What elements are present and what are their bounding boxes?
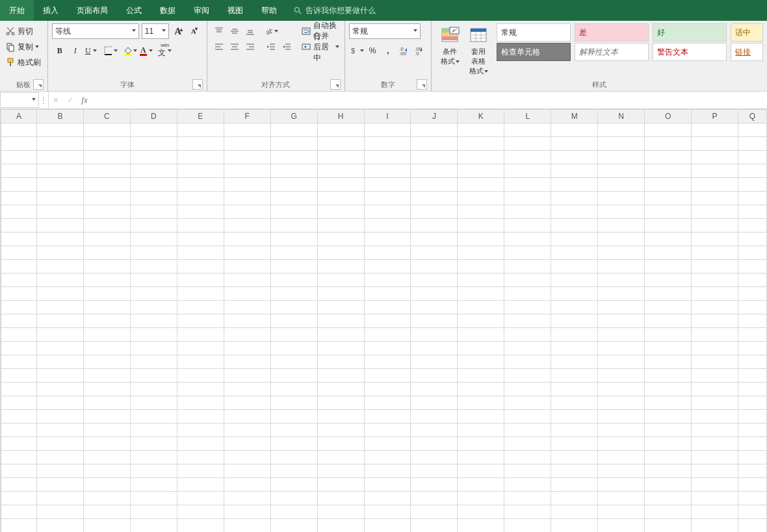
cell[interactable] bbox=[692, 505, 738, 519]
cell[interactable] bbox=[1, 260, 37, 273]
font-name-select[interactable]: 等线 bbox=[52, 23, 139, 39]
cell[interactable] bbox=[692, 492, 738, 505]
column-header-I[interactable]: I bbox=[364, 110, 411, 123]
cell[interactable] bbox=[411, 301, 458, 314]
cell[interactable] bbox=[317, 151, 364, 164]
cell[interactable] bbox=[1, 301, 37, 314]
cell[interactable] bbox=[1, 383, 37, 396]
cell[interactable] bbox=[1, 519, 37, 533]
cell[interactable] bbox=[83, 451, 130, 464]
cell[interactable] bbox=[177, 123, 224, 137]
column-header-P[interactable]: P bbox=[692, 110, 738, 123]
cell[interactable] bbox=[317, 369, 364, 383]
cell[interactable] bbox=[270, 301, 317, 314]
cell[interactable] bbox=[504, 246, 551, 260]
cell[interactable] bbox=[738, 314, 766, 328]
cell[interactable] bbox=[738, 178, 766, 192]
cell[interactable] bbox=[83, 233, 130, 246]
cell[interactable] bbox=[224, 355, 270, 369]
cell[interactable] bbox=[645, 505, 692, 519]
cell[interactable] bbox=[317, 464, 364, 478]
cell[interactable] bbox=[36, 164, 83, 178]
cell[interactable] bbox=[224, 410, 270, 424]
cell[interactable] bbox=[177, 205, 224, 219]
cell[interactable] bbox=[36, 233, 83, 246]
cell[interactable] bbox=[364, 451, 411, 464]
cell[interactable] bbox=[645, 287, 692, 301]
cell[interactable] bbox=[1, 192, 37, 205]
cell[interactable] bbox=[645, 233, 692, 246]
cell[interactable] bbox=[270, 246, 317, 260]
cell[interactable] bbox=[83, 123, 130, 137]
cell[interactable] bbox=[738, 287, 766, 301]
cell[interactable] bbox=[224, 151, 270, 164]
column-header-B[interactable]: B bbox=[36, 110, 83, 123]
cell[interactable] bbox=[83, 260, 130, 273]
cell[interactable] bbox=[692, 410, 738, 424]
cell[interactable] bbox=[598, 451, 645, 464]
tell-me-search[interactable]: 告诉我你想要做什么 bbox=[286, 0, 376, 21]
cell[interactable] bbox=[411, 178, 458, 192]
cell[interactable] bbox=[738, 437, 766, 451]
cell[interactable] bbox=[364, 437, 411, 451]
cell[interactable] bbox=[270, 492, 317, 505]
cell[interactable] bbox=[458, 328, 504, 342]
cell[interactable] bbox=[317, 205, 364, 219]
cell[interactable] bbox=[83, 369, 130, 383]
decrease-decimal-button[interactable]: .00.0 bbox=[412, 44, 426, 58]
cell[interactable] bbox=[551, 233, 598, 246]
cell[interactable] bbox=[177, 273, 224, 287]
cell[interactable] bbox=[130, 383, 177, 396]
cell[interactable] bbox=[36, 219, 83, 233]
cell[interactable] bbox=[738, 369, 766, 383]
cell[interactable] bbox=[458, 369, 504, 383]
cell[interactable] bbox=[130, 424, 177, 437]
cell[interactable] bbox=[738, 478, 766, 492]
cell[interactable] bbox=[738, 355, 766, 369]
cell[interactable] bbox=[504, 287, 551, 301]
cell[interactable] bbox=[692, 260, 738, 273]
cell[interactable] bbox=[1, 137, 37, 151]
cell[interactable] bbox=[598, 355, 645, 369]
cell[interactable] bbox=[364, 464, 411, 478]
cell[interactable] bbox=[364, 178, 411, 192]
cell[interactable] bbox=[224, 492, 270, 505]
cell[interactable] bbox=[83, 355, 130, 369]
cell[interactable] bbox=[177, 519, 224, 533]
cell[interactable] bbox=[411, 164, 458, 178]
cell[interactable] bbox=[1, 396, 37, 410]
cell[interactable] bbox=[364, 205, 411, 219]
cell[interactable] bbox=[317, 410, 364, 424]
cell[interactable] bbox=[317, 192, 364, 205]
cell[interactable] bbox=[270, 328, 317, 342]
cell[interactable] bbox=[36, 342, 83, 355]
cell[interactable] bbox=[270, 519, 317, 533]
cell[interactable] bbox=[645, 383, 692, 396]
cell[interactable] bbox=[551, 273, 598, 287]
cell[interactable] bbox=[36, 246, 83, 260]
name-box-grip[interactable]: ⋮ bbox=[39, 92, 49, 108]
cell[interactable] bbox=[130, 505, 177, 519]
font-color-button[interactable]: A bbox=[138, 44, 153, 58]
cell[interactable] bbox=[224, 451, 270, 464]
cell[interactable] bbox=[504, 492, 551, 505]
cell[interactable] bbox=[270, 396, 317, 410]
cell[interactable] bbox=[458, 233, 504, 246]
cell[interactable] bbox=[411, 246, 458, 260]
cell[interactable] bbox=[83, 437, 130, 451]
currency-button[interactable]: $ bbox=[350, 44, 364, 58]
cell[interactable] bbox=[458, 478, 504, 492]
cell[interactable] bbox=[551, 301, 598, 314]
cell[interactable] bbox=[692, 355, 738, 369]
cell[interactable] bbox=[598, 342, 645, 355]
cell[interactable] bbox=[364, 383, 411, 396]
cell[interactable] bbox=[130, 164, 177, 178]
cell[interactable] bbox=[504, 424, 551, 437]
cell[interactable] bbox=[317, 246, 364, 260]
cell[interactable] bbox=[83, 219, 130, 233]
cell[interactable] bbox=[317, 505, 364, 519]
cell[interactable] bbox=[36, 287, 83, 301]
cell[interactable] bbox=[177, 410, 224, 424]
cell[interactable] bbox=[692, 464, 738, 478]
cell[interactable] bbox=[177, 424, 224, 437]
